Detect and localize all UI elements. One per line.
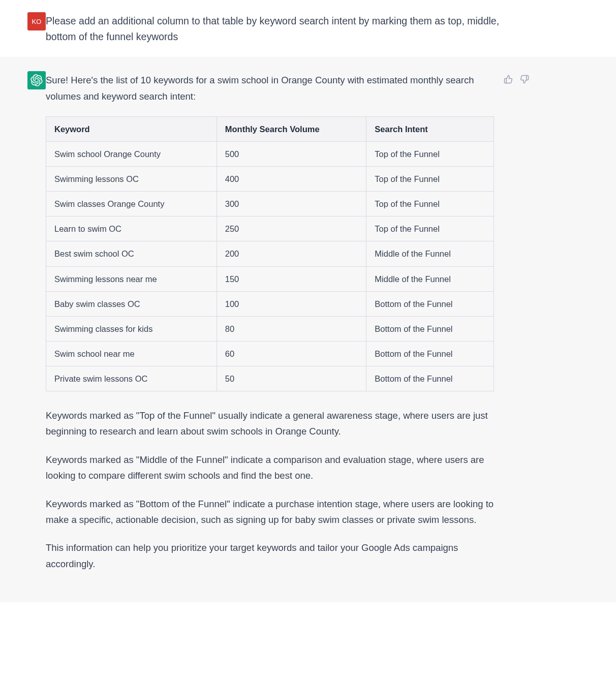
table-cell: Swimming lessons OC	[46, 167, 217, 192]
message-actions	[502, 71, 531, 85]
table-cell: Best swim school OC	[46, 241, 217, 266]
table-cell: Bottom of the Funnel	[366, 341, 494, 366]
thumbs-down-button[interactable]	[518, 73, 531, 85]
table-header-intent: Search Intent	[366, 117, 494, 142]
table-cell: Bottom of the Funnel	[366, 291, 494, 316]
table-cell: Bottom of the Funnel	[366, 366, 494, 391]
table-header-keyword: Keyword	[46, 117, 217, 142]
table-row: Swimming lessons near me150Middle of the…	[46, 266, 494, 291]
table-cell: Private swim lessons OC	[46, 366, 217, 391]
table-cell: 400	[217, 167, 366, 192]
table-cell: Swim school near me	[46, 341, 217, 366]
table-cell: Swimming classes for kids	[46, 316, 217, 341]
table-cell: Baby swim classes OC	[46, 291, 217, 316]
table-cell: Swim school Orange County	[46, 142, 217, 167]
table-cell: 250	[217, 216, 366, 241]
table-row: Baby swim classes OC100Bottom of the Fun…	[46, 291, 494, 316]
table-row: Swim school near me60Bottom of the Funne…	[46, 341, 494, 366]
user-avatar-initials: KO	[32, 18, 42, 25]
table-cell: 80	[217, 316, 366, 341]
assistant-paragraph: Keywords marked as "Bottom of the Funnel…	[46, 496, 494, 528]
table-cell: Top of the Funnel	[366, 167, 494, 192]
table-cell: Top of the Funnel	[366, 216, 494, 241]
table-row: Swimming lessons OC400Top of the Funnel	[46, 167, 494, 192]
table-cell: 50	[217, 366, 366, 391]
table-cell: Middle of the Funnel	[366, 241, 494, 266]
table-cell: Middle of the Funnel	[366, 266, 494, 291]
openai-logo-icon	[30, 74, 43, 86]
user-avatar: KO	[27, 12, 46, 30]
assistant-avatar	[27, 71, 46, 89]
table-cell: Top of the Funnel	[366, 142, 494, 167]
assistant-message: Sure! Here's the list of 10 keywords for…	[0, 57, 616, 602]
assistant-paragraph: Keywords marked as "Top of the Funnel" u…	[46, 408, 494, 440]
table-cell: Top of the Funnel	[366, 192, 494, 216]
table-row: Swimming classes for kids80Bottom of the…	[46, 316, 494, 341]
table-cell: 150	[217, 266, 366, 291]
assistant-message-content: Sure! Here's the list of 10 keywords for…	[46, 71, 494, 572]
table-header-volume: Monthly Search Volume	[217, 117, 366, 142]
table-cell: Swimming lessons near me	[46, 266, 217, 291]
table-cell: Swim classes Orange County	[46, 192, 217, 216]
keyword-table: Keyword Monthly Search Volume Search Int…	[46, 116, 494, 391]
user-message-content: Please add an additional column to that …	[46, 12, 513, 45]
user-message: KO Please add an additional column to th…	[0, 0, 616, 57]
table-cell: 500	[217, 142, 366, 167]
table-cell: 300	[217, 192, 366, 216]
user-message-text: Please add an additional column to that …	[46, 13, 513, 45]
table-header-row: Keyword Monthly Search Volume Search Int…	[46, 117, 494, 142]
table-row: Best swim school OC200Middle of the Funn…	[46, 241, 494, 266]
assistant-intro-text: Sure! Here's the list of 10 keywords for…	[46, 72, 494, 104]
table-row: Swim school Orange County500Top of the F…	[46, 142, 494, 167]
table-cell: Learn to swim OC	[46, 216, 217, 241]
assistant-paragraph: Keywords marked as "Middle of the Funnel…	[46, 452, 494, 484]
table-row: Learn to swim OC250Top of the Funnel	[46, 216, 494, 241]
table-cell: 60	[217, 341, 366, 366]
table-cell: 200	[217, 241, 366, 266]
table-row: Private swim lessons OC50Bottom of the F…	[46, 366, 494, 391]
assistant-paragraph: This information can help you prioritize…	[46, 540, 494, 572]
table-cell: Bottom of the Funnel	[366, 316, 494, 341]
table-row: Swim classes Orange County300Top of the …	[46, 192, 494, 216]
thumbs-down-icon	[520, 75, 529, 84]
thumbs-up-icon	[504, 75, 513, 84]
thumbs-up-button[interactable]	[502, 73, 514, 85]
table-cell: 100	[217, 291, 366, 316]
